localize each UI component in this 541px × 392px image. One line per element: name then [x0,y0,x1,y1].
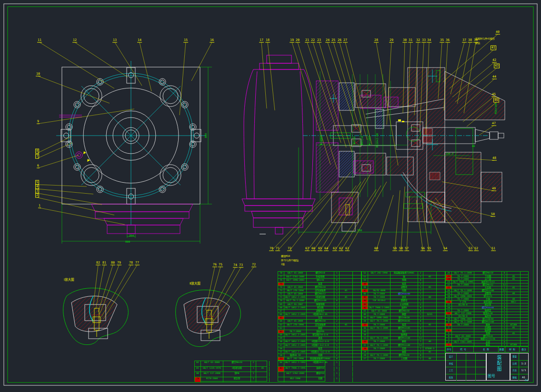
bom-row-58[interactable]: 58GB/T 3452.1-2005O形圈115×2-G-H1 [278,340,361,343]
bom-annex-table-2[interactable]: 84GB/T 3452.1-1992O形圈10×2.65183JB/T 7940… [278,361,325,382]
signature-cell[interactable] [466,353,475,360]
signature-cell[interactable] [466,367,475,373]
bom-row-29[interactable]: 29轴套145 [362,350,445,353]
bom-row-44[interactable]: 44Y3F M110×2圆螺母1 [362,299,445,302]
bom-row-59[interactable]: 59透盖1 [278,336,361,340]
part-callout-32[interactable]: 32 [416,39,421,43]
bom-row-27[interactable]: 2778.7-2000上挡圈140 [362,357,445,360]
part-callout-74[interactable]: 74 [233,264,238,268]
part-callout-53[interactable]: 53 [468,247,473,251]
part-callout-40[interactable]: 40 [495,30,500,35]
bom-row-35[interactable]: 35垫片1 [362,330,445,333]
bom-row-37[interactable]: 3778.7-2000端盖145 [362,323,445,326]
part-callout-9[interactable]: 9 [37,120,40,124]
bom-row-33[interactable]: 33GB/T 70.1-2000螺钉M12×4012 [362,336,445,340]
bom-row-78[interactable]: 78GB/T 65-2000螺钉M3×81 [278,272,361,275]
bom-row-12[interactable]: 12GB/T 117-2000锥销4×301 [446,312,528,314]
bom-row-x[interactable]: GB/T 5782-2000螺栓M101 [278,372,325,377]
bom-row-62[interactable]: 62隔套1 [278,326,361,330]
bom-row-9[interactable]: 9GB/T 70.1-2000螺钉M12×404 [446,320,528,323]
bom-row-43[interactable]: 43止动垫圈2 [362,303,445,306]
bom-row-24[interactable]: 2478.7-2000法兰盘145 [446,277,528,280]
bom-row-14[interactable]: 14螺钉M16×404 [446,306,528,309]
part-callout-39[interactable]: 39 [473,39,478,43]
bom-row-42[interactable]: 42JB/T 7940.1-1995油杯64 [362,306,445,309]
part-callout-16[interactable]: 16 [210,39,214,43]
part-callout-29[interactable]: 29 [389,39,394,43]
bom-row-41[interactable]: 41GB/T 65-2000螺钉M4×104 [362,309,445,313]
part-callout-81[interactable]: 81 [102,261,107,265]
part-callout-72[interactable]: 72 [251,263,256,267]
part-callout-1[interactable]: 1 [38,204,41,208]
part-callout-62[interactable]: 62 [339,247,343,251]
part-callout-11[interactable]: 11 [37,39,42,43]
bom-table-group-3[interactable]: 26GB/T 70.1-2000螺钉M4×1082578.7-2000下挡圈14… [445,271,529,346]
bom-row-8[interactable]: 878.7-2000箱体1HT200 [446,323,528,326]
part-callout-52[interactable]: 52 [474,247,479,251]
part-callout-48[interactable]: 48 [492,157,497,161]
part-callout-18[interactable]: 18 [265,39,270,43]
assembly-section-view[interactable] [303,68,505,231]
part-callout-45[interactable]: 45 [491,93,496,97]
bom-row-71[interactable]: 71GB/T 3452.1-2005O形密封圈145 [278,295,361,299]
part-callout-13[interactable]: 13 [112,39,117,43]
part-callout-75[interactable]: 75 [218,263,223,267]
bom-row-4[interactable]: 4GB/T 65-2000螺钉M4×83 [446,334,528,337]
part-callout-34[interactable]: 34 [427,39,431,43]
bom-row-76[interactable]: 76GB/T 1096-2003键6×164 [278,278,361,282]
bom-row-2[interactable]: 2GB/T 1161-2005支架4 [446,340,528,343]
signature-row[interactable]: 设计 [446,353,486,360]
bom-row-81[interactable]: 81GB/T 1235-1976O形密封圈145 [195,366,267,372]
bom-row-15[interactable]: 15Q5/VB-H密封垫1 [446,303,528,306]
bom-row-23[interactable]: 23JB/T 7940.1-1995油杯4611×131 [446,280,528,283]
part-callout-57[interactable]: 57 [404,247,409,251]
bom-row-26[interactable]: 26GB/T 70.1-2000螺钉M4×108 [446,272,528,274]
part-callout-50[interactable]: 50 [491,213,495,217]
part-callout-66[interactable]: 66 [311,247,316,251]
part-callout-8[interactable]: 8 [35,149,39,154]
bom-row-11[interactable]: 11Q5/VB-H端盖垫1 [446,314,528,317]
part-callout-59[interactable]: 59 [392,247,397,251]
part-callout-2[interactable]: 2 [35,193,39,198]
bom-row-7[interactable]: 7花键套145 [446,326,528,329]
signature-cell[interactable] [466,361,475,367]
bom-row-57[interactable]: 57GB/T 3452.1-2005O形圈7.5×2-G-H1 [278,343,361,347]
part-callout-56[interactable]: 56 [421,247,425,251]
bom-row-39[interactable]: 39GB/T 1096-2003键12×8×362 [362,316,445,319]
bom-row-49[interactable]: 49端盖1 [362,282,445,285]
part-callout-79[interactable]: 79 [117,261,121,265]
part-callout-15[interactable]: 15 [183,39,188,43]
part-callout-25[interactable]: 25 [331,39,336,43]
bom-annex-table-1[interactable]: 82GB/T 65-2000螺钉M4×10281GB/T 1235-1976O形… [194,361,267,382]
signature-cell[interactable] [475,361,486,367]
part-callout-43[interactable]: 43 [494,64,500,69]
bom-row-18[interactable]: 18GB/T 1096-2003键10×251 [446,294,528,297]
signature-cell[interactable] [456,374,466,381]
bom-row-1[interactable]: 1箱盖1HT200 [446,343,528,346]
bom-row-56[interactable]: 56端盖1 [278,347,361,350]
bom-row-45[interactable]: 4578.7-2000透盖140 [362,295,445,299]
bom-row-83[interactable]: 83JB/T 7940.1-1995油杯M101 [278,366,325,372]
part-callout-72[interactable]: 72 [287,247,292,251]
bom-row-20[interactable]: 20GB/T 70.1-2000螺钉M12×4012 [446,289,528,292]
part-callout-20[interactable]: 20 [295,39,300,43]
part-callout-60[interactable]: 60 [374,247,379,251]
bom-row-28[interactable]: 28GB/T 70.1-2000螺钉M4×108 [362,353,445,357]
bom-row-25[interactable]: 2578.7-2000下挡圈145 [446,274,528,277]
bom-row-47[interactable]: 47JB/ZQ 4606挡圈1 [362,289,445,292]
part-callout-19[interactable]: 19 [290,39,294,43]
part-callout-12[interactable]: 12 [72,39,77,43]
part-callout-38[interactable]: 38 [468,39,472,43]
part-callout-31[interactable]: 31 [408,39,413,43]
bom-row-75[interactable]: 75端盖1 [278,282,361,285]
bom-row-82[interactable]: 82GB/T 65-2000螺钉M4×102 [195,361,267,366]
bom-row-68[interactable]: 68GB/T 3452.1-2005密封圈1 [278,306,361,309]
part-callout-27[interactable]: 27 [343,39,348,43]
signature-cell[interactable] [475,374,486,381]
part-callout-73[interactable]: 73 [239,264,243,268]
part-callout-6[interactable]: 6 [37,164,40,168]
part-callout-41[interactable]: 41 [491,46,496,50]
part-callout-22[interactable]: 22 [311,39,315,43]
part-callout-7[interactable]: 7 [35,154,39,159]
part-callout-44[interactable]: 44 [492,75,497,79]
